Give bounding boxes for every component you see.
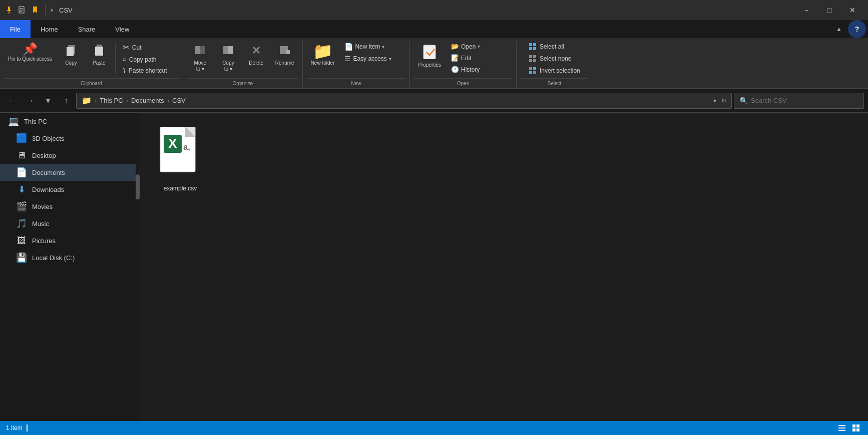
new-folder-button[interactable]: 📁 New folder	[307, 41, 339, 68]
new-item-stack: 📄 New item ▾ ☰ Easy access ▾	[340, 41, 405, 64]
bookmark-icon[interactable]	[30, 5, 40, 15]
file-content-area: X a, example.csv	[140, 113, 868, 421]
select-none-button[interactable]: Select none	[525, 53, 584, 64]
open-dropdown-arrow: ▾	[478, 44, 480, 49]
sidebar-item-desktop[interactable]: 🖥 Desktop	[0, 147, 140, 164]
copy-path-icon: ⌗	[123, 56, 126, 63]
statusbar-cursor	[27, 424, 28, 431]
open-label-section: Open	[414, 78, 512, 88]
copy-to-icon	[221, 43, 235, 59]
forward-button[interactable]: →	[22, 93, 38, 109]
invert-selection-button[interactable]: Invert selection	[525, 65, 584, 76]
svg-rect-45	[852, 428, 855, 431]
recent-locations-button[interactable]: ▾	[40, 93, 56, 109]
copy-path-button[interactable]: ⌗ Copy path	[119, 55, 179, 65]
tab-view[interactable]: View	[105, 20, 139, 38]
select-stack: Select all Select none Invert selection	[521, 41, 588, 76]
ribbon-section-organize: → Moveto ▾ Copyto ▾	[183, 41, 303, 88]
svg-rect-11	[97, 45, 102, 47]
clipboard-label: Clipboard	[4, 78, 179, 88]
edit-label: Edit	[461, 55, 472, 62]
document-icon[interactable]	[17, 5, 27, 15]
select-all-button[interactable]: Select all	[525, 41, 584, 52]
customize-qa-dropdown[interactable]: ▾	[51, 8, 53, 13]
csv-file-icon: X a,	[158, 127, 203, 182]
new-item-button[interactable]: 📄 New item ▾	[340, 41, 405, 52]
large-icons-view-button[interactable]	[850, 422, 862, 434]
paste-ribbon-icon	[92, 43, 106, 59]
svg-text:→: →	[198, 49, 203, 54]
copy-label: Copy	[65, 60, 77, 66]
svg-rect-40	[838, 425, 845, 426]
address-refresh-button[interactable]: ↻	[721, 97, 726, 104]
statusbar: 1 item	[0, 421, 868, 435]
search-input[interactable]	[751, 97, 858, 104]
breadcrumb-documents[interactable]: Documents	[131, 97, 164, 104]
svg-rect-8	[67, 47, 74, 56]
movies-icon: 🎬	[16, 201, 27, 212]
open-button[interactable]: 📂 Open ▾	[447, 41, 512, 52]
copy-to-button[interactable]: Copyto ▾	[215, 41, 241, 74]
edit-button[interactable]: 📝 Edit	[447, 53, 512, 63]
titlebar: ▾ CSV − □ ✕	[0, 0, 868, 20]
paste-shortcut-button[interactable]: ⤵ Paste shortcut	[119, 66, 179, 76]
sidebar-item-documents[interactable]: 📄 Documents	[0, 164, 140, 181]
search-icon: 🔍	[739, 97, 748, 105]
maximize-button[interactable]: □	[818, 0, 841, 20]
details-view-button[interactable]	[836, 422, 848, 434]
sidebar-item-local-disk[interactable]: 💾 Local Disk (C:)	[0, 249, 140, 266]
copy-button[interactable]: Copy	[58, 41, 84, 68]
ribbon-section-open: Properties 📂 Open ▾ 📝 Edit 🕐 History	[410, 41, 517, 88]
titlebar-quick-icons: ▾	[4, 5, 53, 15]
easy-access-button[interactable]: ☰ Easy access ▾	[340, 53, 405, 64]
pin-icon[interactable]	[4, 5, 14, 15]
sidebar-item-movies[interactable]: 🎬 Movies	[0, 198, 140, 215]
pin-to-quick-access-button[interactable]: 📌 Pin to Quick access	[4, 41, 56, 64]
address-bar[interactable]: 📁 › This PC › Documents › CSV ▾ ↻	[76, 93, 732, 109]
help-button[interactable]: ?	[848, 20, 866, 38]
sidebar-item-pictures[interactable]: 🖼 Pictures	[0, 232, 140, 249]
downloads-icon: ⬇	[16, 184, 27, 195]
file-item-example-csv[interactable]: X a, example.csv	[150, 123, 210, 196]
search-box[interactable]: 🔍	[734, 93, 864, 109]
close-button[interactable]: ✕	[841, 0, 864, 20]
address-dropdown-arrow[interactable]: ▾	[713, 97, 716, 104]
rename-icon	[278, 43, 292, 59]
rename-button[interactable]: Rename	[271, 41, 298, 68]
breadcrumb-thispc[interactable]: This PC	[100, 97, 123, 104]
back-button[interactable]: ←	[4, 93, 20, 109]
up-button[interactable]: ↑	[58, 93, 74, 109]
3d-objects-icon: 🟦	[16, 133, 27, 144]
tab-file[interactable]: File	[0, 20, 31, 38]
svg-rect-41	[838, 427, 845, 428]
history-button[interactable]: 🕐 History	[447, 64, 512, 75]
tab-share[interactable]: Share	[68, 20, 106, 38]
cut-button[interactable]: ✂ Cut	[119, 41, 179, 54]
svg-rect-46	[856, 428, 859, 431]
new-item-dropdown-arrow: ▾	[382, 44, 384, 50]
new-folder-label: New folder	[311, 60, 335, 66]
move-to-button[interactable]: → Moveto ▾	[187, 41, 213, 74]
sidebar-item-downloads[interactable]: ⬇ Downloads	[0, 181, 140, 198]
ribbon-collapse-button[interactable]: ▲	[830, 20, 848, 38]
tab-home[interactable]: Home	[31, 20, 68, 38]
properties-button[interactable]: Properties	[414, 41, 445, 70]
sidebar-scrollbar-thumb[interactable]	[136, 174, 140, 199]
file-page-svg: X a,	[158, 127, 203, 182]
move-to-label: Moveto ▾	[194, 60, 206, 72]
organize-label: Organize	[187, 78, 298, 88]
desktop-label: Desktop	[32, 152, 56, 159]
cut-label: Cut	[132, 44, 142, 51]
svg-rect-25	[533, 47, 536, 50]
paste-button[interactable]: Paste	[86, 41, 112, 68]
sidebar-item-3d-objects[interactable]: 🟦 3D Objects	[0, 130, 140, 147]
sidebar-item-this-pc[interactable]: 💻 This PC	[0, 113, 140, 130]
sidebar-item-music[interactable]: 🎵 Music	[0, 215, 140, 232]
delete-button[interactable]: Delete	[243, 41, 269, 68]
select-label-section: Select	[521, 78, 588, 88]
main-area: 💻 This PC 🟦 3D Objects 🖥 Desktop 📄 Docum…	[0, 113, 868, 421]
minimize-button[interactable]: −	[795, 0, 818, 20]
open-label: Open	[461, 43, 476, 50]
clipboard-stack: ✂ Cut ⌗ Copy path ⤵ Paste shortcut	[119, 41, 179, 76]
delete-label: Delete	[249, 60, 263, 66]
